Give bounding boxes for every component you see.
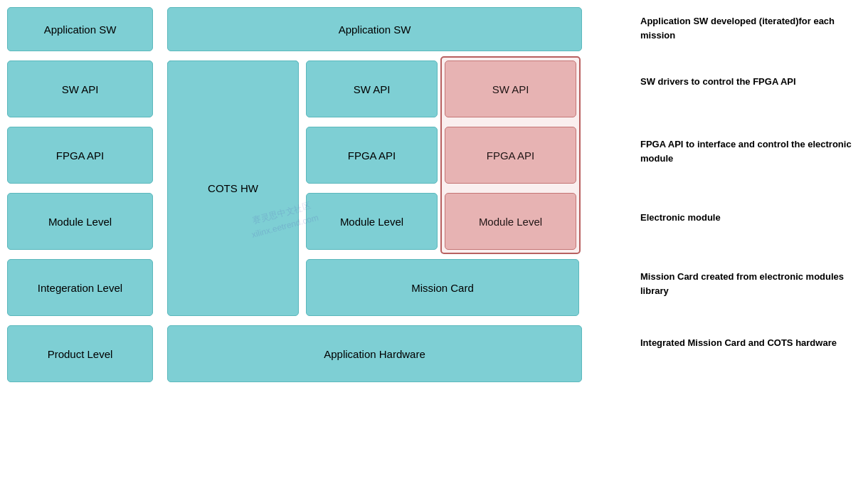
description-text: SW drivers to control the FPGA API <box>640 75 861 89</box>
teal-box: Mission Card <box>306 259 579 316</box>
teal-box: Application Hardware <box>167 325 582 382</box>
teal-box: FPGA API <box>7 127 153 184</box>
teal-box: SW API <box>306 60 438 117</box>
teal-box: Module Level <box>306 193 438 250</box>
teal-box: Module Level <box>445 193 576 250</box>
teal-box: Application SW <box>7 7 153 51</box>
teal-box: SW API <box>7 60 153 117</box>
teal-box: Module Level <box>7 193 153 250</box>
teal-box: Product Level <box>7 325 153 382</box>
teal-box: FPGA API <box>306 127 438 184</box>
description-text: Application SW developed (iterated)for e… <box>640 14 861 42</box>
teal-box: SW API <box>445 60 576 117</box>
teal-box: Application SW <box>167 7 582 51</box>
teal-box: Integeration Level <box>7 259 153 316</box>
teal-box: FPGA API <box>445 127 576 184</box>
teal-box: COTS HW <box>167 60 299 316</box>
description-text: Mission Card created from electronic mod… <box>640 270 861 298</box>
description-text: Integrated Mission Card and COTS hardwar… <box>640 336 861 350</box>
description-text: FPGA API to interface and control the el… <box>640 137 861 165</box>
description-text: Electronic module <box>640 211 861 225</box>
